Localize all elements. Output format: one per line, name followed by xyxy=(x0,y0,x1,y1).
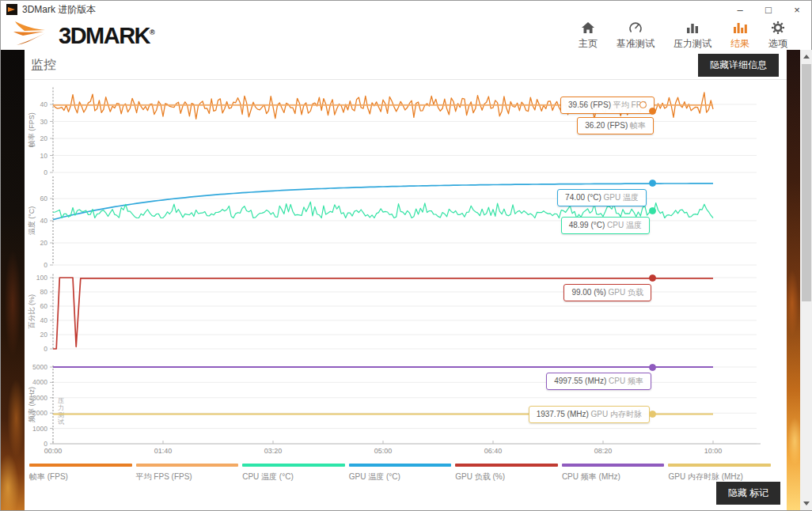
legend-item[interactable]: GPU 温度 (°C) xyxy=(349,464,452,483)
legend-color-bar xyxy=(349,464,452,467)
legend-label: 帧率 (FPS) xyxy=(29,471,132,483)
series-line xyxy=(53,184,713,220)
close-button[interactable]: × xyxy=(783,1,811,18)
hide-markers-button[interactable]: 隐藏 标记 xyxy=(716,482,780,505)
monitoring-panel: 监控 隐藏详细信息 010203040帧率 (FPS)0204060温度 (°C… xyxy=(25,50,787,510)
legend-label: GPU 负载 (%) xyxy=(455,471,558,483)
nav-item-stress-test[interactable]: 压力测试 xyxy=(674,21,711,51)
results-bars-icon xyxy=(732,21,748,35)
nav-label: 结果 xyxy=(730,37,749,51)
x-tick-label: 08:20 xyxy=(594,447,613,455)
scrollbar[interactable] xyxy=(800,50,812,510)
event-marker-label: 压力测试 xyxy=(58,397,64,426)
scrollbar-thumb[interactable] xyxy=(802,64,811,301)
logo-wing-icon xyxy=(13,21,55,51)
app-header: 3DMARK® 主页 基准测试 压力测试 xyxy=(1,18,811,50)
y-tick-label: 20 xyxy=(40,331,48,339)
artwork-right xyxy=(787,50,800,510)
y-tick-label: 40 xyxy=(40,100,48,108)
y-tick-label: 0 xyxy=(44,168,47,176)
legend-label: CPU 频率 (MHz) xyxy=(562,471,665,483)
series-line xyxy=(53,278,713,349)
series-line xyxy=(53,202,713,218)
nav-label: 压力测试 xyxy=(674,37,711,51)
artwork-left xyxy=(1,50,25,510)
app-icon xyxy=(6,4,17,15)
scrollbar-up-icon[interactable] xyxy=(803,55,810,59)
benchmark-gauge-icon xyxy=(628,21,643,35)
y-tick-label: 20 xyxy=(40,134,48,142)
page-title: 监控 xyxy=(31,57,56,74)
y-tick-label: 0 xyxy=(44,345,47,353)
nav-item-options[interactable]: 选项 xyxy=(768,21,787,51)
y-axis-title: 帧率 (FPS) xyxy=(28,112,36,147)
legend-item[interactable]: CPU 频率 (MHz) xyxy=(562,464,665,483)
panel-header: 监控 隐藏详细信息 xyxy=(25,50,787,80)
registered-mark: ® xyxy=(150,28,154,36)
y-tick-label: 60 xyxy=(40,302,48,310)
legend-item[interactable]: GPU 负载 (%) xyxy=(455,464,558,483)
content-area: 监控 隐藏详细信息 010203040帧率 (FPS)0204060温度 (°C… xyxy=(1,50,811,510)
minimize-button[interactable]: – xyxy=(726,1,754,18)
chart-band-0: 010203040帧率 (FPS) xyxy=(28,88,757,177)
logo-wordmark: 3DMARK® xyxy=(59,25,154,47)
nav-item-benchmark[interactable]: 基准测试 xyxy=(617,21,655,51)
y-axis-title: 温度 (°C) xyxy=(28,206,36,236)
legend-item[interactable]: CPU 温度 (°C) xyxy=(242,464,345,483)
nav-label: 选项 xyxy=(768,37,787,51)
legend-label: CPU 温度 (°C) xyxy=(242,471,345,483)
y-tick-label: 30 xyxy=(40,118,48,126)
y-tick-label: 100 xyxy=(36,274,47,282)
legend-label: GPU 内存时脉 (MHz) xyxy=(668,471,771,483)
y-axis-title: 百分比 (%) xyxy=(28,294,36,330)
x-tick-label: 03:20 xyxy=(264,447,283,455)
x-tick-label: 06:40 xyxy=(484,447,503,455)
legend-label: GPU 温度 (°C) xyxy=(349,471,452,483)
legend-item[interactable]: 帧率 (FPS) xyxy=(29,464,132,483)
legend-color-bar xyxy=(29,464,132,467)
y-tick-label: 40 xyxy=(40,316,48,324)
y-tick-label: 20 xyxy=(40,239,48,247)
legend-color-bar xyxy=(242,464,345,467)
nav-item-home[interactable]: 主页 xyxy=(579,21,598,51)
window-title: 3DMark 进阶版本 xyxy=(22,3,726,17)
x-tick-label: 01:40 xyxy=(154,447,173,455)
chart-band-3: 010002000300040005000频率 (MHz)压力测试 xyxy=(28,363,757,448)
y-tick-label: 4000 xyxy=(32,378,47,386)
legend-color-bar xyxy=(136,464,239,467)
monitoring-charts[interactable]: 010203040帧率 (FPS)0204060温度 (°C)020406080… xyxy=(25,80,787,460)
chart-legend: 帧率 (FPS)平均 FPS (FPS)CPU 温度 (°C)GPU 温度 (°… xyxy=(29,464,771,483)
home-icon xyxy=(580,21,596,35)
y-tick-label: 10 xyxy=(40,152,48,160)
3dmark-logo: 3DMARK® xyxy=(13,21,154,51)
y-tick-label: 40 xyxy=(40,217,48,225)
legend-color-bar xyxy=(562,464,665,467)
y-axis-title: 频率 (MHz) xyxy=(28,387,36,422)
legend-item[interactable]: 平均 FPS (FPS) xyxy=(136,464,239,483)
y-tick-label: 60 xyxy=(40,195,48,203)
scrollbar-down-icon[interactable] xyxy=(803,502,810,505)
app-window: 3DMark 进阶版本 – □ × 3DMARK® 主页 xyxy=(0,0,812,511)
hide-details-button[interactable]: 隐藏详细信息 xyxy=(698,54,779,77)
title-bar: 3DMark 进阶版本 – □ × xyxy=(1,1,811,18)
chart-band-1: 0204060温度 (°C) xyxy=(28,176,757,269)
legend-color-bar xyxy=(455,464,558,467)
nav-item-results[interactable]: 结果 xyxy=(730,21,749,51)
legend-item[interactable]: GPU 内存时脉 (MHz) xyxy=(668,464,771,483)
nav-label: 基准测试 xyxy=(617,37,655,51)
x-tick-label: 10:00 xyxy=(704,447,723,455)
legend-label: 平均 FPS (FPS) xyxy=(136,471,239,483)
nav-label: 主页 xyxy=(579,37,598,51)
y-tick-label: 80 xyxy=(40,288,48,296)
x-tick-label: 00:00 xyxy=(44,447,63,455)
x-axis: 00:0001:4003:2005:0006:4008:2010:00 xyxy=(44,441,761,455)
y-tick-label: 1000 xyxy=(32,425,47,433)
y-tick-label: 0 xyxy=(44,261,47,269)
chart-band-2: 020406080100百分比 (%) xyxy=(28,274,757,353)
options-gear-icon xyxy=(770,21,786,35)
main-nav: 主页 基准测试 压力测试 结果 xyxy=(579,18,787,51)
stress-test-bars-icon xyxy=(685,21,700,35)
legend-color-bar xyxy=(668,464,771,467)
y-tick-label: 5000 xyxy=(32,363,47,371)
maximize-button[interactable]: □ xyxy=(754,1,783,18)
